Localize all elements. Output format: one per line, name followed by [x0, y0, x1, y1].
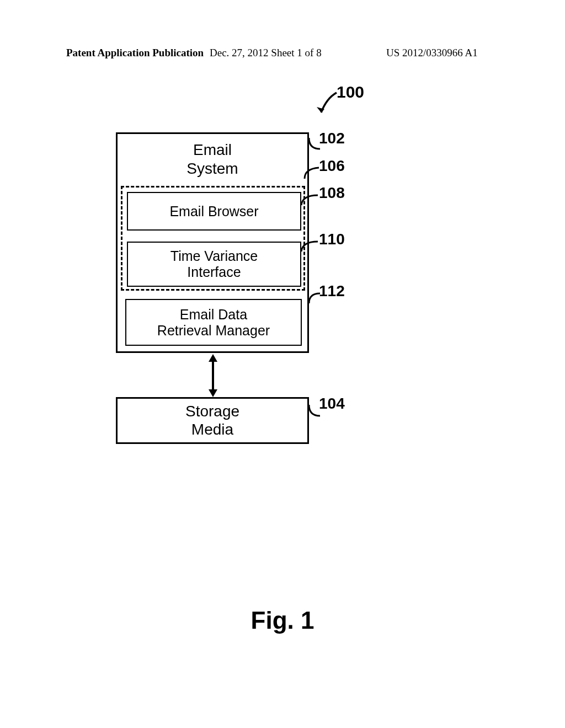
curved-arrow-icon	[315, 92, 342, 119]
gui-dashed-group: Email Browser Time Variance Interface	[121, 186, 305, 291]
lead-line-icon	[303, 165, 321, 181]
storage-media-box: Storage Media	[116, 397, 309, 444]
double-arrow-icon	[206, 354, 220, 397]
email-data-retrieval-manager-box: Email Data Retrieval Manager	[125, 299, 302, 346]
figure-1-diagram: 100 Email System Email Browser Time Vari…	[116, 83, 359, 469]
header-publication-number: US 2012/0330966 A1	[386, 47, 478, 59]
header-publication: Patent Application Publication	[66, 47, 204, 59]
lead-line-icon	[300, 193, 320, 208]
email-browser-label: Email Browser	[169, 204, 258, 220]
figure-caption: Fig. 1	[0, 607, 565, 634]
lead-line-icon	[308, 404, 322, 419]
ref-label-106: 106	[319, 157, 345, 175]
lead-line-icon	[308, 291, 322, 307]
ref-label-108: 108	[319, 184, 345, 202]
email-system-title: Email System	[118, 134, 307, 178]
time-variance-label: Time Variance Interface	[170, 248, 258, 280]
time-variance-interface-box: Time Variance Interface	[127, 242, 301, 287]
lead-line-icon	[300, 239, 320, 255]
lead-line-icon	[308, 137, 322, 152]
header-date-sheet: Dec. 27, 2012 Sheet 1 of 8	[210, 47, 322, 59]
email-data-mgr-label: Email Data Retrieval Manager	[157, 307, 270, 339]
storage-media-label: Storage Media	[185, 403, 239, 438]
ref-label-104: 104	[319, 395, 345, 413]
email-system-box: Email System Email Browser Time Variance…	[116, 132, 309, 353]
ref-label-110: 110	[319, 231, 345, 248]
svg-marker-2	[209, 354, 217, 362]
ref-label-102: 102	[319, 130, 345, 147]
ref-label-112: 112	[319, 282, 345, 300]
svg-marker-3	[209, 389, 217, 397]
email-browser-box: Email Browser	[127, 192, 301, 231]
